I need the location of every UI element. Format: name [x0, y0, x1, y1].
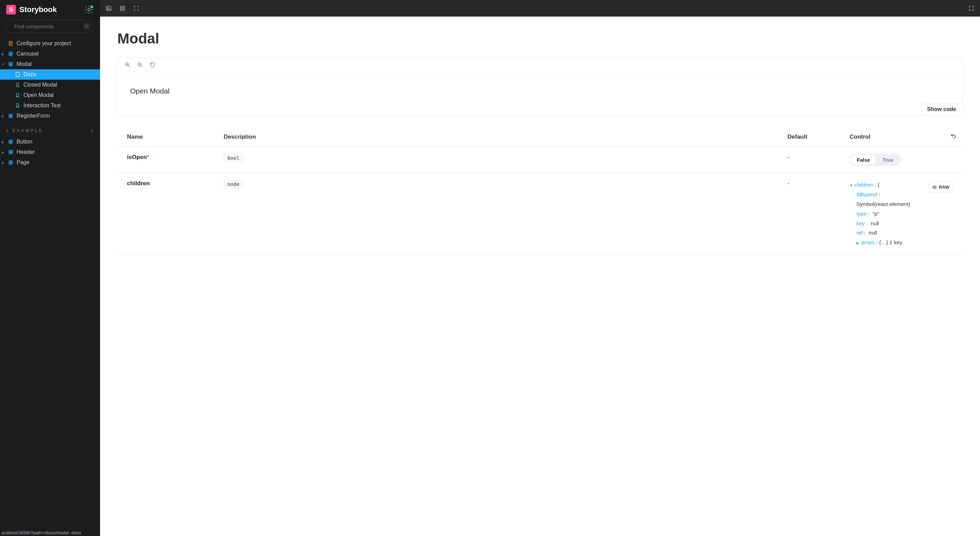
- caret-right-icon[interactable]: ▶: [856, 240, 860, 246]
- settings-button[interactable]: [84, 5, 94, 14]
- background-button[interactable]: [106, 5, 112, 11]
- arg-default: -: [788, 180, 850, 187]
- component-icon: [8, 139, 14, 144]
- caret-down-icon: ▼: [6, 129, 10, 133]
- fullscreen-button[interactable]: [968, 5, 974, 11]
- component-icon: [8, 149, 14, 155]
- search-shortcut: /: [83, 23, 90, 30]
- sidebar-item-interaction-test[interactable]: Interaction Test: [0, 100, 100, 111]
- arg-control-tree[interactable]: RAW ▼children : { $$typeof : Symbol(reac…: [850, 180, 953, 247]
- open-modal-trigger[interactable]: Open Modal: [130, 87, 169, 95]
- arg-type-badge: node: [224, 180, 243, 188]
- topbar: [100, 0, 980, 17]
- docs-content: Modal Open Modal Show code Name Descript…: [100, 17, 980, 536]
- arg-name-text: isOpen: [127, 154, 147, 160]
- zoom-out-icon: [137, 62, 143, 68]
- args-row-children: children node - RAW ▼children : { $$type…: [117, 173, 963, 254]
- caret-down-icon[interactable]: ▼: [850, 182, 853, 189]
- component-icon: [8, 51, 14, 57]
- section-label-text: EXAMPLE: [13, 128, 43, 133]
- arg-control: False True: [850, 154, 953, 166]
- component-icon: [8, 113, 14, 119]
- doc-icon: [14, 72, 21, 77]
- search-input[interactable]: [14, 24, 80, 29]
- caret-icon: ▶: [2, 114, 5, 118]
- bookmark-icon: [14, 92, 21, 98]
- caret-icon: ▼: [2, 62, 5, 66]
- args-table-header: Name Description Default Control: [117, 127, 963, 147]
- required-indicator-icon: *: [147, 154, 150, 160]
- zoom-in-icon: [124, 62, 131, 68]
- sidebar-item-closed-modal[interactable]: Closed Modal: [0, 80, 100, 90]
- undo-icon: [950, 133, 956, 140]
- sidebar-item-button[interactable]: ▶Button: [0, 136, 100, 147]
- tree-key: type: [856, 211, 867, 217]
- sidebar-item-registerform[interactable]: ▶RegisterForm: [0, 111, 100, 121]
- sidebar-item-label: Interaction Test: [24, 102, 61, 109]
- args-row-isopen: isOpen* bool - False True: [117, 147, 963, 173]
- tree-val: null: [869, 230, 877, 236]
- caret-icon: ▶: [2, 161, 5, 165]
- bool-toggle[interactable]: False True: [850, 154, 900, 166]
- bool-false-option[interactable]: False: [851, 155, 876, 165]
- zoom-out-button[interactable]: [137, 62, 143, 69]
- caret-icon: ▶: [2, 52, 5, 56]
- tree-val: null: [870, 220, 879, 226]
- zoom-reset-button[interactable]: [150, 62, 156, 69]
- bool-true-option[interactable]: True: [876, 155, 900, 165]
- component-icon: [8, 62, 14, 67]
- sidebar-header: S Storybook: [0, 0, 100, 18]
- preview-toolbar: [118, 58, 963, 74]
- sidebar-item-docs[interactable]: Docs: [0, 69, 100, 80]
- arg-type-badge: bool: [224, 154, 243, 162]
- image-icon: [106, 5, 112, 11]
- sidebar-item-configure-your-project[interactable]: Configure your project: [0, 38, 100, 49]
- sidebar-item-open-modal[interactable]: Open Modal: [0, 90, 100, 100]
- grid-icon: [119, 5, 126, 11]
- search[interactable]: /: [6, 20, 95, 33]
- bookmark-icon: [14, 82, 21, 87]
- args-table: Name Description Default Control isOpen*…: [117, 127, 963, 255]
- brand-title: Storybook: [19, 5, 57, 14]
- component-icon: [8, 160, 14, 165]
- sidebar-tree-examples: ▶Button▶Header▶Page: [0, 135, 100, 170]
- sidebar-item-carousel[interactable]: ▶Carousel: [0, 49, 100, 59]
- sidebar-section-example[interactable]: ▼EXAMPLE: [0, 123, 100, 135]
- arg-description: node: [224, 180, 788, 188]
- sidebar: S Storybook / Configure your project▶Car…: [0, 0, 100, 536]
- notification-dot-icon: [91, 6, 93, 8]
- show-code-button[interactable]: Show code: [921, 103, 963, 116]
- arg-name: children: [127, 180, 224, 187]
- reset-controls-button[interactable]: [950, 133, 956, 141]
- sidebar-item-label: Closed Modal: [24, 82, 57, 88]
- tree-key: key: [856, 220, 865, 226]
- raw-button[interactable]: RAW: [928, 181, 953, 193]
- th-name: Name: [127, 133, 224, 140]
- page-title: Modal: [117, 30, 963, 47]
- sort-icon[interactable]: [90, 128, 95, 133]
- sidebar-item-label: Docs: [24, 71, 36, 78]
- sidebar-item-label: RegisterForm: [17, 113, 50, 119]
- tree-val: Symbol(react.element): [856, 201, 910, 207]
- doc-lines-icon: [8, 41, 14, 46]
- arg-name-text: children: [127, 180, 150, 187]
- status-bar: ocalhost:6006/?path=/docs/modal--docs: [0, 530, 100, 536]
- grid-button[interactable]: [119, 5, 126, 11]
- sidebar-item-label: Carousel: [17, 51, 39, 57]
- zoom-in-button[interactable]: [124, 62, 131, 69]
- search-wrap: /: [0, 18, 100, 36]
- brand[interactable]: S Storybook: [6, 5, 57, 14]
- tree-key: $$typeof: [856, 192, 877, 197]
- sidebar-item-header[interactable]: ▶Header: [0, 147, 100, 157]
- tree-key: ref: [856, 230, 863, 236]
- tree-brace: {: [878, 182, 879, 188]
- sidebar-item-modal[interactable]: ▼Modal: [0, 59, 100, 69]
- outline-button[interactable]: [133, 5, 139, 11]
- sidebar-item-page[interactable]: ▶Page: [0, 157, 100, 168]
- sidebar-item-label: Modal: [17, 61, 32, 67]
- raw-label: RAW: [939, 183, 949, 191]
- sidebar-tree: Configure your project▶Carousel▼ModalDoc…: [0, 36, 100, 123]
- tree-val: {…} 1 key: [879, 239, 902, 245]
- expand-icon: [968, 5, 974, 11]
- sidebar-item-label: Header: [17, 149, 35, 155]
